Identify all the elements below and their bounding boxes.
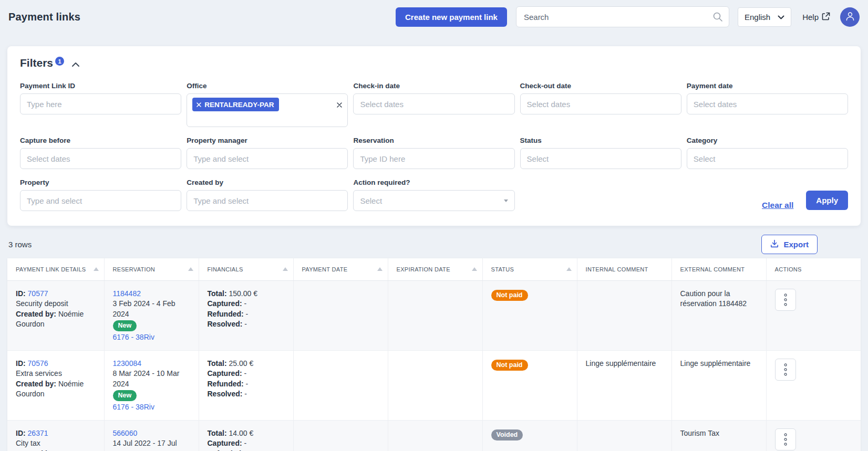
column-header-expiration-date: EXPIRATION DATE <box>388 258 482 280</box>
office-tag-label: RENTALREADY-PAR <box>204 101 274 109</box>
financials-cell: Total: 25.00 € Captured: - Refunded: - R… <box>199 350 293 420</box>
clear-all-link[interactable]: Clear all <box>762 201 793 210</box>
sort-asc-icon[interactable] <box>472 267 477 271</box>
help-link[interactable]: Help <box>802 12 830 22</box>
created-by-input[interactable] <box>187 190 348 211</box>
sort-asc-icon[interactable] <box>94 267 99 271</box>
category-select[interactable]: Select <box>687 148 848 169</box>
field-label: Check-out date <box>520 82 681 90</box>
check-in-date-input[interactable] <box>353 93 514 114</box>
field-label: Category <box>687 137 848 144</box>
row-actions-button[interactable] <box>775 359 796 381</box>
reservation-id-link[interactable]: 566060 <box>113 428 191 439</box>
filter-field-created-by: Created by <box>187 179 348 211</box>
external-comment-cell: Tourism Tax <box>671 420 766 451</box>
remove-tag-icon[interactable] <box>197 102 201 107</box>
reservation-id-link[interactable]: 1230084 <box>113 359 191 369</box>
reservation-input[interactable] <box>353 148 514 169</box>
external-comment-cell: Linge supplémentaire <box>671 350 766 420</box>
payment-link-details-cell: ID: 26371 City tax Created by: Igor Schm… <box>7 420 104 451</box>
payment-date-cell <box>293 420 388 451</box>
field-label: Payment Link ID <box>20 82 181 90</box>
field-label: Property <box>20 179 181 186</box>
filter-field-office: Office RENTALREADY-PAR <box>187 82 348 127</box>
financials-cell: Total: 150.00 € Captured: - Refunded: - … <box>199 280 293 350</box>
clear-field-icon[interactable] <box>337 101 342 109</box>
payment-link-details-cell: ID: 70576 Extra services Created by: Noé… <box>7 350 104 420</box>
payment-date-cell <box>293 280 388 350</box>
reservation-dates: 14 Jul 2022 - 17 Jul 2022 <box>113 438 191 451</box>
property-link[interactable]: 6176 - 38Riv <box>113 332 191 343</box>
filter-field-capture-before: Capture before <box>20 137 181 169</box>
payment-link-category: Security deposit <box>16 299 68 308</box>
payment-link-category: Extra services <box>16 369 62 377</box>
actions-cell <box>766 420 861 451</box>
row-actions-button[interactable] <box>775 289 796 311</box>
expiration-date-cell <box>388 420 482 451</box>
payment-links-table: PAYMENT LINK DETAILS RESERVATION FINANCI… <box>7 258 861 451</box>
field-label: Status <box>520 137 681 144</box>
expiration-date-cell <box>388 280 482 350</box>
user-avatar[interactable] <box>840 7 860 27</box>
actions-cell <box>766 280 861 350</box>
check-out-date-input[interactable] <box>520 93 681 114</box>
help-link-label: Help <box>802 13 819 22</box>
payment-link-id-link[interactable]: 70577 <box>28 289 48 298</box>
search-input[interactable] <box>516 6 729 27</box>
page-title: Payment links <box>8 11 80 23</box>
reservation-cell: 1230084 8 Mar 2024 - 10 Mar 2024 New 617… <box>104 350 199 420</box>
sort-asc-icon[interactable] <box>283 267 288 271</box>
payment-link-id-link[interactable]: 70576 <box>28 359 48 368</box>
reservation-cell: 1184482 3 Feb 2024 - 4 Feb 2024 New 6176… <box>104 280 199 350</box>
field-label: Action required? <box>353 179 514 186</box>
property-input[interactable] <box>20 190 181 211</box>
property-link[interactable]: 6176 - 38Riv <box>113 402 191 413</box>
top-bar: Payment links Create new payment link En… <box>0 0 868 34</box>
create-payment-link-button[interactable]: Create new payment link <box>396 7 507 27</box>
status-cell: Not paid <box>482 350 577 420</box>
language-select[interactable]: English <box>738 7 791 27</box>
chevron-up-icon[interactable] <box>71 60 80 69</box>
table-row: ID: 70576 Extra services Created by: Noé… <box>7 350 861 420</box>
payment-date-input[interactable] <box>687 93 848 114</box>
action-required-select[interactable]: Select <box>353 190 514 211</box>
column-header-actions: ACTIONS <box>766 258 861 280</box>
reservation-dates: 3 Feb 2024 - 4 Feb 2024 <box>113 299 191 319</box>
field-label: Office <box>187 82 348 90</box>
internal-comment-cell <box>577 280 671 350</box>
kebab-menu-icon <box>783 293 788 307</box>
field-label: Property manager <box>187 137 348 144</box>
capture-before-input[interactable] <box>20 148 181 169</box>
column-header-financials: FINANCIALS <box>199 258 293 280</box>
row-actions-button[interactable] <box>775 428 796 450</box>
sort-asc-icon[interactable] <box>566 267 572 271</box>
payment-link-id-link[interactable]: 26371 <box>28 429 48 437</box>
caret-down-icon <box>504 200 508 202</box>
filter-field-payment-date: Payment date <box>687 82 848 127</box>
internal-comment-cell <box>577 420 671 451</box>
status-badge: Voided <box>491 429 523 440</box>
rows-count: 3 rows <box>8 240 32 249</box>
field-label: Reservation <box>353 137 514 144</box>
sort-asc-icon[interactable] <box>377 267 383 271</box>
sort-asc-icon[interactable] <box>188 267 193 271</box>
external-link-icon <box>822 12 830 22</box>
filters-title: Filters <box>20 57 53 69</box>
payment-link-details-cell: ID: 70577 Security deposit Created by: N… <box>7 280 104 350</box>
financials-cell: Total: 14.00 € Captured: - Refunded: - R… <box>199 420 293 451</box>
reservation-status-badge: New <box>113 320 137 331</box>
payment-link-id-input[interactable] <box>20 93 181 114</box>
apply-button[interactable]: Apply <box>806 191 848 210</box>
column-header-internal-comment: INTERNAL COMMENT <box>577 258 671 280</box>
kebab-menu-icon <box>783 363 788 376</box>
office-multiselect[interactable]: RENTALREADY-PAR <box>187 93 348 127</box>
export-button[interactable]: Export <box>761 235 818 254</box>
category-select-placeholder: Select <box>694 154 716 163</box>
property-manager-input[interactable] <box>187 148 348 169</box>
search-icon <box>712 12 723 24</box>
reservation-id-link[interactable]: 1184482 <box>113 289 191 299</box>
payment-date-cell <box>293 350 388 420</box>
status-select[interactable]: Select <box>520 148 681 169</box>
status-badge: Not paid <box>491 290 528 301</box>
reservation-dates: 8 Mar 2024 - 10 Mar 2024 <box>113 369 191 389</box>
